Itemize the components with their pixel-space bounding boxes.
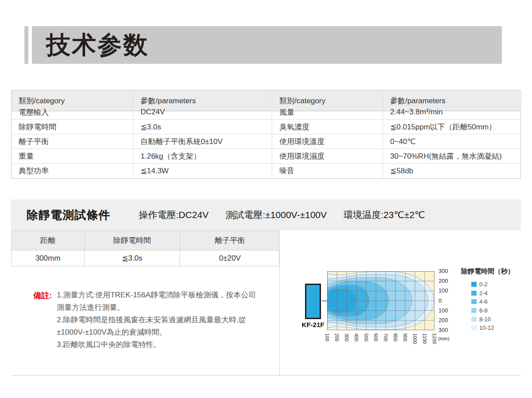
legend-label: 4-6: [479, 298, 488, 305]
note-item: 2.除静電時間是指後風窗在未安装過濾網且風量最大時,從±1000V-±100V為…: [57, 314, 262, 338]
spec-table-cell: 自動離子平衡系統0±10V: [133, 134, 272, 149]
test-table: 距離除靜電時間離子平衡300mm≦3.0s0±20V: [11, 230, 279, 266]
spec-table-cell: 典型功率: [12, 164, 133, 178]
legend-label: 8-10: [479, 316, 491, 323]
vertical-divider: [279, 230, 280, 375]
legend-label: 2-4: [479, 290, 488, 297]
notes-label: 備註:: [33, 290, 52, 301]
spec-table-cell: 除靜電時間: [12, 120, 133, 134]
spec-table-cell: ≦58db: [383, 164, 521, 178]
legend-items: 0-22-44-66-88-1010-12: [461, 280, 528, 332]
legend-item: 6-8: [471, 306, 528, 315]
note-item: 3.距離吹風口中央的除電特性。: [57, 339, 262, 351]
blower-device-shape: [305, 284, 321, 319]
note-item: 1.測量方式:使用TREK-156A靜電消除平板檢測儀，按本公司測量方法進行測量…: [57, 289, 262, 313]
x-tick-label: 900: [403, 333, 408, 347]
test-conditions-section: 除靜電測試條件 操作電壓:DC24V測試電壓:±1000V-±100V環境温度:…: [11, 199, 521, 230]
spec-table-cell: 風量: [272, 105, 383, 120]
x-tick-label: 800: [393, 333, 398, 347]
chart-legend: 除靜電時間（秒） 0-22-44-66-88-1010-12: [461, 267, 528, 332]
test-table-header-cell: 除靜電時間: [85, 230, 180, 250]
x-tick-label: 200: [334, 333, 340, 347]
test-table-header-cell: 距離: [12, 230, 85, 250]
legend-item: 4-6: [471, 297, 528, 306]
legend-swatch: [471, 325, 477, 330]
datasheet-page: 技术参数 類別/category參數/parameters類別/category…: [0, 0, 532, 398]
legend-label: 0-2: [479, 281, 488, 288]
spec-table-cell: 噪音: [272, 164, 383, 178]
spec-table-cell: 30~70%RH(無結露，無水滴凝結): [383, 149, 521, 164]
spec-table-cell: 離子平衡: [12, 134, 133, 149]
legend-swatch: [471, 299, 477, 304]
bottom-divider: [11, 375, 521, 376]
x-tick-label: 400: [354, 333, 359, 347]
y-tick-label: 100: [437, 288, 450, 294]
x-tick-label: 100: [325, 333, 330, 347]
spec-table-cell: 使用環境溫度: [272, 134, 383, 149]
decay-contour-plot: [327, 271, 434, 330]
x-tick-label: 700: [383, 333, 388, 347]
legend-swatch: [471, 317, 477, 322]
legend-item: 2-4: [471, 289, 528, 298]
legend-item: 8-10: [471, 315, 528, 324]
test-conditions-title: 除靜電測試條件: [27, 207, 110, 223]
spec-table-cell: 臭氧濃度: [272, 120, 383, 134]
spec-table-cell: 電壓輸入: [12, 105, 133, 120]
spec-table-cell: 2.44~3.8m³/min: [383, 105, 521, 120]
legend-swatch: [471, 282, 477, 287]
x-tick-label: 1000: [412, 333, 418, 347]
title-accent-bar: [24, 26, 28, 64]
test-condition-item: 環境温度:23℃±2℃: [344, 209, 425, 221]
x-axis-unit: (mm): [438, 336, 450, 341]
spec-table: 類別/category參數/parameters類別/category參數/pa…: [11, 90, 521, 179]
y-tick-label: 300: [437, 327, 450, 333]
x-tick-label: 500: [364, 333, 369, 347]
spec-table-cell: ≦0.015ppm以下（距離50mm）: [383, 120, 521, 134]
test-table-cell: 0±20V: [180, 250, 280, 266]
x-tick-label: 1100: [422, 333, 427, 347]
blower-device-label: KF-21F: [299, 321, 327, 328]
test-condition-item: 測試電壓:±1000V-±100V: [226, 209, 327, 221]
y-tick-label: 200: [437, 317, 450, 324]
y-tick-label: 0: [437, 298, 450, 304]
spec-table-cell: ≦14.3W: [133, 164, 272, 178]
spec-table-cell: 0~40℃: [383, 134, 521, 149]
test-table-cell: 300mm: [12, 250, 85, 266]
title-banner: 技术参数: [32, 26, 502, 64]
y-axis-ticks: 3002001000100200300: [437, 268, 450, 339]
test-table-header-cell: 離子平衡: [180, 230, 280, 250]
test-table-cell: ≦3.0s: [85, 250, 180, 266]
x-tick-label: 1200: [432, 333, 437, 347]
spec-table-cell: 1.26kg（含支架）: [133, 149, 272, 164]
y-tick-label: 300: [437, 268, 450, 274]
legend-item: 0-2: [471, 280, 528, 289]
spec-table-cell: 重量: [12, 149, 133, 164]
legend-item: 10-12: [471, 324, 528, 332]
test-conditions-items: 操作電壓:DC24V測試電壓:±1000V-±100V環境温度:23℃±2℃: [139, 209, 425, 221]
legend-swatch: [471, 308, 477, 313]
legend-title: 除靜電時間（秒）: [461, 267, 528, 276]
spec-table-cell: ≦3.0s: [133, 120, 272, 134]
y-tick-label: 100: [437, 308, 450, 314]
spec-table-cell: DC24V: [133, 105, 272, 120]
x-tick-label: 600: [373, 333, 379, 347]
x-tick-label: 300: [344, 333, 349, 347]
x-axis-ticks: 100200300400500600700800900100011001200: [327, 333, 442, 353]
page-title: 技术参数: [32, 29, 149, 62]
spec-table-cell: 使用環境濕度: [272, 149, 383, 164]
notes-list: 1.測量方式:使用TREK-156A靜電消除平板檢測儀，按本公司測量方法進行測量…: [57, 289, 262, 351]
legend-swatch: [471, 291, 477, 296]
y-tick-label: 200: [437, 278, 450, 284]
legend-label: 10-12: [479, 324, 494, 331]
test-condition-item: 操作電壓:DC24V: [139, 209, 209, 221]
legend-label: 6-8: [479, 307, 488, 314]
